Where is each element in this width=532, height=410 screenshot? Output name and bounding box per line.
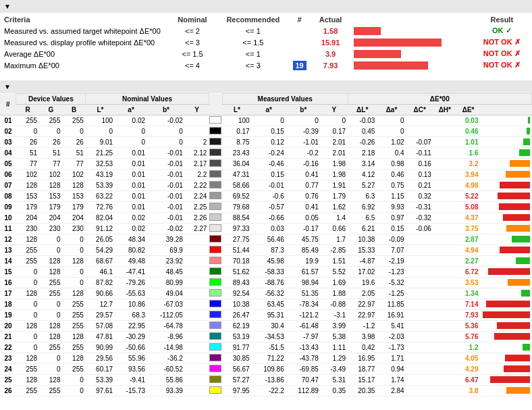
row-mY: 1.29 <box>321 353 348 364</box>
row-swatch <box>209 299 222 310</box>
row-mL: 27.75 <box>222 234 251 245</box>
row-dE: 4.05 <box>456 353 481 364</box>
row-id: 05 <box>0 159 16 170</box>
row-id: 19 <box>0 310 16 321</box>
row-mY: -0.88 <box>321 299 348 310</box>
summary-nominal: <= 4 <box>166 59 219 71</box>
row-da: 0.75 <box>377 180 406 191</box>
row-nL: 53.39 <box>86 180 115 191</box>
row-mb: 0.77 <box>286 180 321 191</box>
row-na: 68.3 <box>115 310 147 321</box>
col-count: # <box>288 14 312 25</box>
row-ma: -13.86 <box>252 375 286 386</box>
th-G: G <box>39 105 62 116</box>
row-dL: 22.97 <box>348 310 377 321</box>
row-mY: 5.52 <box>321 267 348 278</box>
row-G: 51 <box>39 148 62 159</box>
row-nY <box>185 267 209 278</box>
row-mb: 0.41 <box>286 202 321 213</box>
row-na: -50.66 <box>115 342 147 353</box>
row-da: 0.98 <box>377 159 406 170</box>
th-dC: ΔC* <box>406 105 433 116</box>
row-dE-bar <box>481 224 532 234</box>
th-delta-values: ΔE*00 <box>348 94 531 105</box>
row-ma: -0.24 <box>252 148 286 159</box>
row-dH <box>433 180 456 191</box>
row-B: 0 <box>62 386 85 396</box>
row-R: 128 <box>16 180 39 191</box>
row-swatch <box>209 116 222 126</box>
row-nb: -0.02 <box>147 224 185 234</box>
row-swatch <box>209 234 222 245</box>
row-dC <box>406 126 433 137</box>
row-B: 128 <box>62 332 85 342</box>
row-dE-bar <box>481 321 532 332</box>
row-swatch <box>209 364 222 375</box>
row-dH <box>433 137 456 148</box>
row-dC <box>406 321 433 332</box>
th-dH: ΔH* <box>433 105 456 116</box>
row-R: 0 <box>16 126 39 137</box>
row-G: 128 <box>39 256 62 267</box>
row-na: 49.48 <box>115 256 147 267</box>
th-na: a* <box>115 105 147 116</box>
row-dL: 6.3 <box>348 191 377 202</box>
row-mb: 0 <box>286 116 321 126</box>
row-nb: 39.28 <box>147 234 185 245</box>
row-dE: 6.72 <box>456 267 481 278</box>
summary-section: ▼ Criteria Nominal Recommended # Actual … <box>0 0 532 78</box>
row-nb: -14.98 <box>147 342 185 353</box>
row-nY: 2 <box>185 137 209 148</box>
row-mY: 1.51 <box>321 256 348 267</box>
row-mb: -121.2 <box>286 310 321 321</box>
row-na: 0 <box>115 126 147 137</box>
row-nb: -60.52 <box>147 364 185 375</box>
row-nb: -0.01 <box>147 159 185 170</box>
row-ma: -51.5 <box>252 342 286 353</box>
warning-text <box>0 72 532 78</box>
row-G: 153 <box>39 191 62 202</box>
overview-table: # Device Values Nominal Values Measured … <box>0 93 532 396</box>
row-da: -2.03 <box>377 332 406 342</box>
row-ma: -0.46 <box>252 159 286 170</box>
row-dH <box>433 234 456 245</box>
summary-bar <box>350 59 472 71</box>
row-B: 255 <box>62 116 85 126</box>
row-G: 77 <box>39 159 62 170</box>
row-dE-bar <box>481 332 532 342</box>
row-dL: 6.5 <box>348 213 377 224</box>
row-dE-bar <box>481 342 532 353</box>
row-dE-bar <box>481 159 532 170</box>
row-mL: 88.54 <box>222 213 251 224</box>
row-ma: -0.01 <box>252 180 286 191</box>
summary-bar <box>350 25 472 36</box>
row-dE-bar <box>481 386 532 396</box>
row-nb: -0.01 <box>147 148 185 159</box>
row-nY: 2.25 <box>185 202 209 213</box>
row-ma: -88.76 <box>252 278 286 288</box>
summary-actual: 7.93 <box>312 59 350 71</box>
row-dE-bar <box>481 245 532 256</box>
row-nL: 29.57 <box>86 310 115 321</box>
row-nL: 57.08 <box>86 321 115 332</box>
row-nY <box>185 245 209 256</box>
row-B: 102 <box>62 170 85 180</box>
row-dH <box>433 256 456 267</box>
row-da: -2.19 <box>377 256 406 267</box>
row-mb: -61.48 <box>286 321 321 332</box>
row-mL: 97.95 <box>222 386 251 396</box>
row-dC <box>406 299 433 310</box>
row-dH <box>433 364 456 375</box>
summary-recommended: <= 3 <box>219 59 288 71</box>
row-dH <box>433 321 456 332</box>
row-ma: 71.22 <box>252 353 286 364</box>
row-nY <box>185 353 209 364</box>
row-nL: 68.67 <box>86 256 115 267</box>
row-ma: -0.66 <box>252 213 286 224</box>
summary-result: NOT OK ✗ <box>472 36 532 48</box>
row-swatch <box>209 278 222 288</box>
row-mb: -0.2 <box>286 148 321 159</box>
row-mb: 0.41 <box>286 170 321 180</box>
row-swatch <box>209 191 222 202</box>
row-dC <box>406 278 433 288</box>
